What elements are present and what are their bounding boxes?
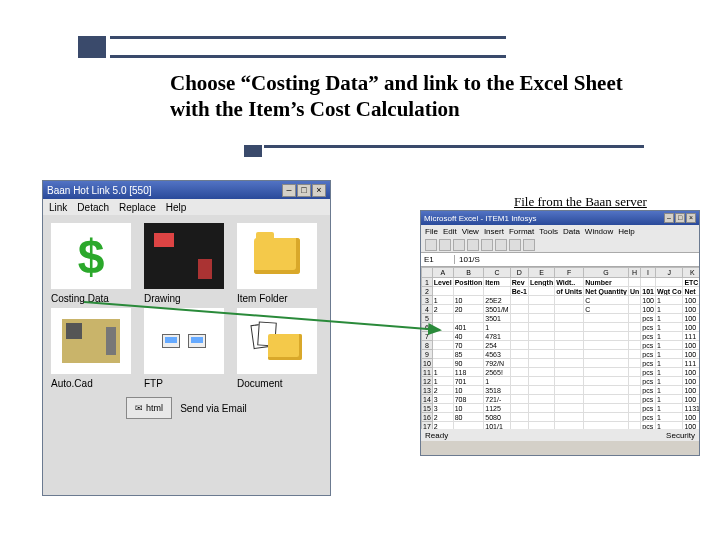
cell[interactable]: 101/1 xyxy=(484,422,510,430)
cell[interactable]: 1 xyxy=(655,314,683,323)
cell[interactable]: pcs xyxy=(641,332,656,341)
cell[interactable] xyxy=(555,296,584,305)
cell[interactable] xyxy=(510,404,528,413)
cell[interactable]: 3 xyxy=(432,404,453,413)
cell[interactable] xyxy=(584,395,629,404)
cell[interactable] xyxy=(584,332,629,341)
send-email-button[interactable]: ✉ html xyxy=(126,397,172,419)
menu-help[interactable]: Help xyxy=(166,202,187,213)
cell[interactable] xyxy=(555,413,584,422)
column-header[interactable]: K xyxy=(683,268,699,278)
cell[interactable] xyxy=(510,368,528,377)
close-button[interactable]: × xyxy=(312,184,326,197)
cell[interactable]: 1 xyxy=(484,377,510,386)
cell[interactable]: 118 xyxy=(453,368,484,377)
cell[interactable] xyxy=(528,404,554,413)
menu-detach[interactable]: Detach xyxy=(77,202,109,213)
cell[interactable] xyxy=(510,314,528,323)
cell[interactable] xyxy=(628,395,640,404)
column-header[interactable] xyxy=(422,268,433,278)
cell[interactable]: 1 xyxy=(655,296,683,305)
cell[interactable]: 10 xyxy=(453,386,484,395)
cell[interactable] xyxy=(528,395,554,404)
cell[interactable]: 701 xyxy=(453,377,484,386)
cell[interactable]: 1 xyxy=(655,368,683,377)
menu-data[interactable]: Data xyxy=(563,227,580,236)
cell[interactable]: 111 xyxy=(683,359,699,368)
cell[interactable]: 100 xyxy=(683,323,699,332)
maximize-button[interactable]: □ xyxy=(297,184,311,197)
cell[interactable]: pcs xyxy=(641,350,656,359)
cell[interactable] xyxy=(628,368,640,377)
cell[interactable] xyxy=(584,323,629,332)
cell[interactable]: pcs xyxy=(641,395,656,404)
cell[interactable]: 100 xyxy=(641,296,656,305)
cell[interactable] xyxy=(555,359,584,368)
cell[interactable] xyxy=(555,323,584,332)
menu-window[interactable]: Window xyxy=(585,227,613,236)
cell[interactable] xyxy=(628,341,640,350)
cell[interactable] xyxy=(510,323,528,332)
cell[interactable]: 1 xyxy=(655,404,683,413)
cell-reference[interactable]: E1 xyxy=(421,255,455,264)
cell[interactable] xyxy=(628,413,640,422)
cell[interactable]: 100 xyxy=(683,350,699,359)
cell[interactable] xyxy=(555,341,584,350)
cell[interactable]: 1 xyxy=(484,323,510,332)
cell[interactable] xyxy=(584,413,629,422)
menu-format[interactable]: Format xyxy=(509,227,534,236)
cell[interactable] xyxy=(555,386,584,395)
column-header[interactable]: B xyxy=(453,268,484,278)
cell[interactable] xyxy=(555,305,584,314)
cell[interactable] xyxy=(584,386,629,395)
cell[interactable]: 2 xyxy=(432,386,453,395)
cell[interactable] xyxy=(528,350,554,359)
toolbar-button[interactable] xyxy=(495,239,507,251)
column-header[interactable]: I xyxy=(641,268,656,278)
cell[interactable]: 2 xyxy=(432,413,453,422)
cell[interactable]: pcs xyxy=(641,377,656,386)
cell[interactable] xyxy=(584,341,629,350)
cell[interactable]: 721/- xyxy=(484,395,510,404)
cell[interactable]: 1 xyxy=(655,413,683,422)
column-header[interactable]: J xyxy=(655,268,683,278)
cell[interactable] xyxy=(510,305,528,314)
menu-tools[interactable]: Tools xyxy=(539,227,558,236)
cell[interactable]: 1 xyxy=(655,332,683,341)
cell[interactable] xyxy=(628,377,640,386)
cell[interactable] xyxy=(628,404,640,413)
cell[interactable]: pcs xyxy=(641,404,656,413)
cell[interactable] xyxy=(528,314,554,323)
cell[interactable]: 100 xyxy=(641,305,656,314)
cell[interactable]: 70 xyxy=(453,341,484,350)
cell[interactable]: 3 xyxy=(432,395,453,404)
tile-document[interactable]: Document xyxy=(237,308,322,389)
cell[interactable] xyxy=(628,305,640,314)
cell[interactable] xyxy=(584,368,629,377)
cell[interactable]: 1 xyxy=(655,386,683,395)
cell[interactable]: 25E2 xyxy=(484,296,510,305)
column-header[interactable]: E xyxy=(528,268,554,278)
menu-insert[interactable]: Insert xyxy=(484,227,504,236)
cell[interactable] xyxy=(628,386,640,395)
cell[interactable] xyxy=(528,422,554,430)
cell[interactable] xyxy=(628,296,640,305)
cell[interactable]: C xyxy=(584,305,629,314)
cell[interactable] xyxy=(528,323,554,332)
cell[interactable] xyxy=(510,341,528,350)
cell[interactable] xyxy=(628,314,640,323)
column-header[interactable]: F xyxy=(555,268,584,278)
toolbar-button[interactable] xyxy=(509,239,521,251)
cell[interactable] xyxy=(453,422,484,430)
cell[interactable]: 1 xyxy=(432,368,453,377)
cell[interactable]: 708 xyxy=(453,395,484,404)
cell[interactable] xyxy=(628,332,640,341)
cell[interactable]: 1 xyxy=(432,377,453,386)
menu-help[interactable]: Help xyxy=(618,227,634,236)
cell[interactable]: 2 xyxy=(432,305,453,314)
cell[interactable]: 100 xyxy=(683,395,699,404)
cell[interactable]: 100 xyxy=(683,377,699,386)
menu-file[interactable]: File xyxy=(425,227,438,236)
tile-costing-data[interactable]: $ Costing Data xyxy=(51,223,136,304)
cell[interactable] xyxy=(432,350,453,359)
